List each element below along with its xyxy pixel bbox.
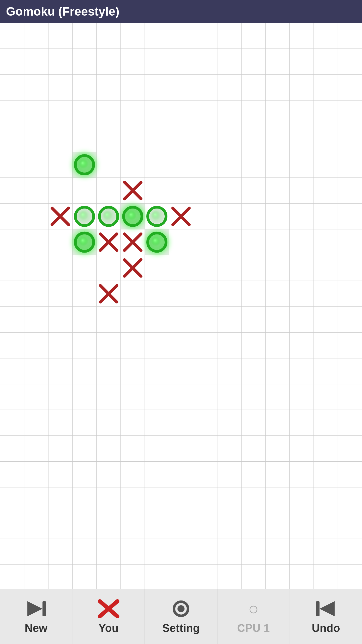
svg-point-4 xyxy=(177,605,185,612)
game-title: Gomoku (Freestyle) xyxy=(6,5,119,18)
new-icon xyxy=(25,599,48,619)
game-board[interactable] xyxy=(0,23,362,589)
bottom-bar: New You Setting ○ CPU 1 xyxy=(0,589,362,644)
setting-button[interactable]: Setting xyxy=(145,589,217,644)
you-icon xyxy=(97,599,120,619)
you-button[interactable]: You xyxy=(72,589,145,644)
cpu1-button: ○ CPU 1 xyxy=(217,589,290,644)
new-label: New xyxy=(25,622,47,634)
new-button[interactable]: New xyxy=(0,589,72,644)
undo-label: Undo xyxy=(312,622,340,634)
setting-label: Setting xyxy=(162,622,200,634)
setting-icon xyxy=(170,599,192,619)
svg-marker-7 xyxy=(320,601,335,616)
undo-icon xyxy=(314,599,337,619)
title-bar: Gomoku (Freestyle) xyxy=(0,0,362,23)
grid-canvas[interactable] xyxy=(0,23,362,589)
cpu1-icon: ○ xyxy=(248,599,259,619)
svg-rect-1 xyxy=(42,601,46,616)
you-label: You xyxy=(99,622,119,634)
svg-rect-8 xyxy=(316,601,320,616)
undo-button[interactable]: Undo xyxy=(290,589,362,644)
svg-marker-0 xyxy=(27,601,42,616)
cpu1-label: CPU 1 xyxy=(237,622,270,634)
